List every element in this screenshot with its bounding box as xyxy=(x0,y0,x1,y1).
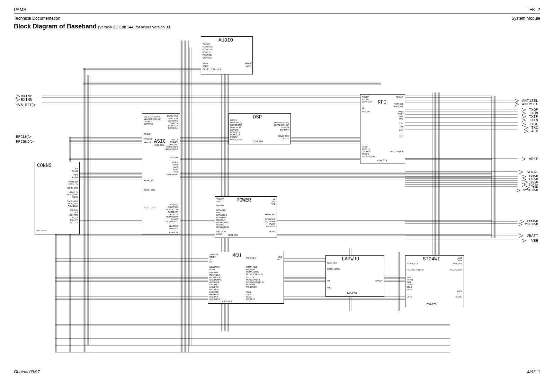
pin-mcu-c0: MOX_CLK xyxy=(246,257,256,259)
pin-dsp-r4: DRVR_TXD xyxy=(278,135,289,137)
pin-st-1: RL_RL/CTRL(2:0) xyxy=(407,269,423,271)
pin-audio-vref: VREF xyxy=(203,62,208,64)
pin-lap-3: VBC xyxy=(327,287,331,289)
pin-conns-7: HRXC_IN xyxy=(69,191,78,193)
pin-power-11: VBATADR xyxy=(216,231,226,233)
title-light: (Version 2.2 Edit 144) for layout versio… xyxy=(98,25,170,29)
block-audio: AUDIO PCMCK PCMDCLK PCMRCLK PCMTXD PCMRX… xyxy=(201,36,253,74)
pin-mcu-c9: MCUBWEX xyxy=(246,286,257,288)
pin-power-r1: VA1 xyxy=(271,201,275,203)
pin-power-0: VDDDV xyxy=(216,198,224,200)
pin-power-r5: M_COMPX xyxy=(265,221,275,223)
pin-asic-l2: LATMXX xyxy=(144,121,152,123)
pin-st-0: RCMX_CLK xyxy=(407,262,418,265)
pin-dsp-0: RFCLK xyxy=(230,119,237,121)
pin-conns-17: SEL_TX xyxy=(70,219,78,221)
pin-rfi-b4: RFCSDX_GND xyxy=(362,155,376,158)
pin-afc: AFC xyxy=(524,129,538,133)
label-power: POWER xyxy=(236,197,251,203)
pin-asic-l0: MBUSDATA(15:0) xyxy=(144,116,160,118)
label-dsp: DSP xyxy=(253,114,262,120)
pin-asic-r5: PCMRCLK xyxy=(168,125,178,127)
pin-st-r3: RL_CC_DET xyxy=(450,269,462,271)
pin-mcu-2: VL xyxy=(209,258,212,260)
pin-rfclk: RFCLK xyxy=(16,135,32,139)
pin-rfi-1: RXCNN xyxy=(362,98,369,100)
pin-power-r6: PURX xyxy=(269,223,275,225)
pin-dsp-1: DSPGNTCK xyxy=(230,122,242,124)
pin-audio-latx: LATX xyxy=(246,65,251,67)
pin-st-r4: LATX xyxy=(457,290,462,292)
pin-dsp-r1: DSPADDR(14:0) xyxy=(274,124,289,126)
pin-rxinn: RXINN xyxy=(16,98,32,102)
pin-asic-r15: TXPW xyxy=(172,164,178,166)
pin-dsp-r0: DSPDATA(15:0) xyxy=(274,122,289,124)
pin-st-2: TIP1 xyxy=(407,276,411,278)
pin-rfi-0: RXCNP xyxy=(362,96,369,98)
divider-top xyxy=(14,14,540,14)
pin-rfi-b1: RFCCLK xyxy=(362,148,370,150)
pin-rfi-5: VL xyxy=(362,107,364,109)
pin-power-r0: VL xyxy=(273,198,275,200)
pin-st-8: LATX xyxy=(407,296,412,298)
pin-rfi-6: +V5_RFI xyxy=(362,110,370,113)
range-asic: 400-428 xyxy=(154,143,164,146)
pin-conns-range: 100-138 VL xyxy=(36,230,47,232)
pin-rfi-r2: ANT2SEL xyxy=(394,105,403,107)
pin-power-7: RCMCLK xyxy=(216,219,225,221)
pin-lap-r0: XANDY xyxy=(375,280,383,282)
pin-rfi-r1: ANT1SEL xyxy=(394,103,403,105)
label-lapwru: LAPWRU xyxy=(342,256,359,262)
page-title: Block Diagram of Baseband (Version 2.2 E… xyxy=(14,23,540,30)
pin-conns-4: PJNN_RX xyxy=(69,181,78,183)
pin-mcu-10: MCURWR xyxy=(209,281,219,283)
pin-st-6: SEL1 xyxy=(407,286,412,288)
pin-rfi-r4: TXQN xyxy=(397,113,403,115)
pin-conns-18: XL_CTX xyxy=(70,221,78,223)
pin-mcu-c2: RN_GND xyxy=(246,268,255,270)
pin-power-10: RCMDATASE xyxy=(216,226,229,228)
pin-vee: -VEE xyxy=(522,239,538,243)
pin-rfi-r8: TXL xyxy=(400,126,403,128)
block-power: POWER VDDDV VBAT MASTIX DATACLK DATA DAT… xyxy=(215,196,277,238)
pin-mcu-c8: MCURDX xyxy=(246,284,255,286)
pin-lap-0: SMX_CLK xyxy=(327,262,337,264)
pin-vbatt: VBATT xyxy=(519,234,538,238)
pin-power-r3: HEWTSET xyxy=(265,213,275,215)
pin-asic-r14: RXPW xyxy=(172,161,178,163)
pin-conns-14: RST xyxy=(74,212,78,214)
pin-audio-pcmrclk: PCMRCLK xyxy=(203,48,213,51)
pin-dsp-r2: DSPIXX xyxy=(282,126,289,128)
pin-rfi-b2: RFCMPX xyxy=(362,151,370,153)
range-audio: 138-148 xyxy=(211,68,221,71)
pin-dsp-8: DRVR_GND xyxy=(230,139,242,141)
pin-conns-13: MRCCK xyxy=(70,209,78,211)
block-asic: ASIC 400-428 MBUSDATA(15:0) MBUSADDR(14:… xyxy=(142,113,180,234)
pin-conns-8: HEAR_DRE xyxy=(66,194,78,196)
pin-audio-hear: HEAR xyxy=(245,62,251,64)
diagram-area: AUDIO PCMCK PCMDCLK PCMRCLK PCMTXD PCMRX… xyxy=(14,34,540,366)
pin-asic-r19: SYNTHPWR xyxy=(167,173,178,176)
pin-conns-0: TIP1 xyxy=(73,168,78,170)
pin-asic-l1: MBUSADDR(14:0) xyxy=(144,118,161,120)
block-dsp: DSP RFCLK DSPGNTCK DSPRDCTX DSPCNTXI DSP… xyxy=(229,113,291,144)
label-st04wi: ST04WI xyxy=(423,256,440,262)
pin-st-3: RING1 xyxy=(407,279,413,281)
pin-asic-l8: XRXR_DTE xyxy=(144,189,155,191)
pin-mcu-c12: SELZ xyxy=(246,296,251,298)
pin-st-4: TIP2 xyxy=(407,281,411,283)
pin-conns-9: AGND xyxy=(72,196,78,198)
pin-asic-r16: SACL xyxy=(173,166,178,168)
header-right-sub: System Module xyxy=(511,16,540,21)
pin-asic-r17: SDAT xyxy=(173,169,178,171)
pin-rfi-2: DSPRDCT xyxy=(362,101,372,103)
pin-mcu-5: PURX xyxy=(209,268,215,270)
pin-audio-cmpx: CMPX xyxy=(203,65,208,67)
pin-audio-agnd: AGND xyxy=(203,68,208,70)
pin-audio-pcmrxd: PCMRXD xyxy=(203,54,212,56)
pin-asic-l3: DSPRWX xyxy=(144,123,153,125)
pin-power-9: RCMPR xyxy=(216,224,224,226)
pin-mcu-11: MCUMXX xyxy=(209,284,219,286)
pin-sena1: SENA1 xyxy=(519,170,538,174)
pin-mcu-c7: MCUADDRX(15:0) xyxy=(246,281,263,283)
